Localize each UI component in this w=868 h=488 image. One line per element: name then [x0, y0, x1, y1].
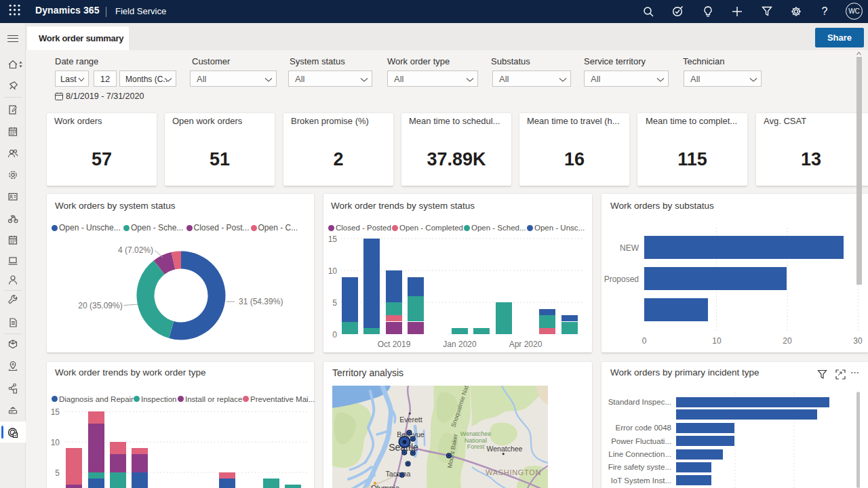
svg-text:Everett: Everett: [399, 415, 422, 424]
svg-text:Olympia: Olympia: [371, 484, 400, 488]
svg-text:Wenatchee: Wenatchee: [487, 445, 523, 453]
svg-text:National: National: [465, 437, 487, 444]
svg-text:Tacoma: Tacoma: [386, 470, 411, 478]
svg-text:Forest: Forest: [467, 443, 485, 450]
svg-text:WASHINGTON: WASHINGTON: [486, 468, 541, 476]
svg-text:?: ?: [822, 5, 828, 17]
svg-text:Wenatchee: Wenatchee: [460, 430, 491, 437]
